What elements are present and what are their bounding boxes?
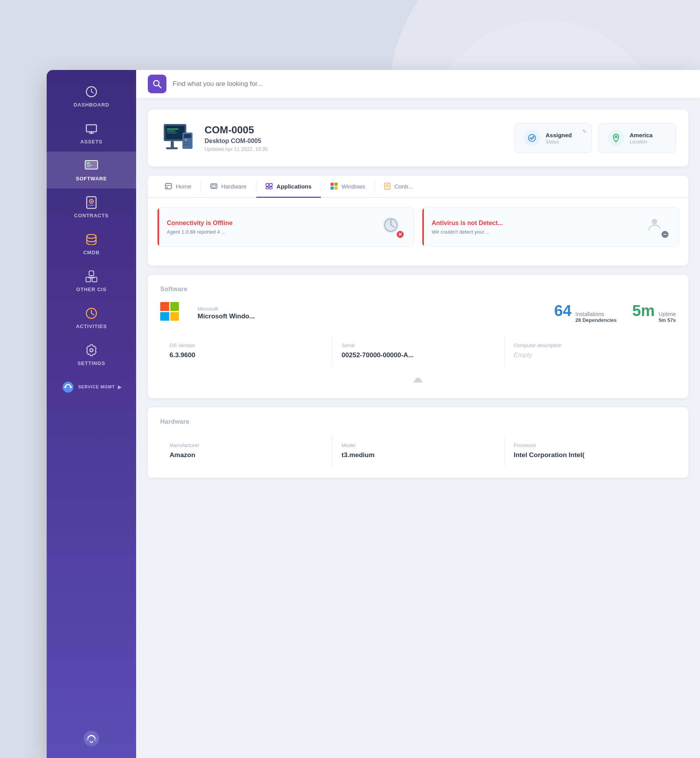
alert-connectivity: Connectivity is Offline Agent 1.0.88 rep… xyxy=(157,207,414,247)
tab-contracts-label: Contr... xyxy=(394,183,413,190)
asset-header: COM-0005 Desktop COM-0005 Updated Apr 11… xyxy=(148,110,688,166)
svg-rect-15 xyxy=(89,271,94,276)
cmdb-icon xyxy=(84,232,98,246)
asset-computer-icon xyxy=(160,121,195,155)
sidebar-item-activities[interactable]: ACTIVITIES xyxy=(47,299,136,336)
os-version-value: 6.3.9600 xyxy=(170,351,322,359)
software-icon xyxy=(84,159,98,173)
model-cell: Model t3.medium xyxy=(332,435,504,467)
hardware-section: Hardware Manufacturer Amazon Model t3.me… xyxy=(148,407,688,478)
svg-point-20 xyxy=(63,382,74,393)
serial-cell: Serial 00252-70000-00000-A... xyxy=(332,335,504,367)
search-icon-box xyxy=(148,75,166,93)
model-value: t3.medium xyxy=(341,451,494,459)
alert-antivirus-title: Antivirus is not Detect... xyxy=(432,220,503,227)
software-section: Software Microsoft Microsoft Windo. xyxy=(148,275,688,398)
hardware-tab-icon xyxy=(210,183,217,189)
sidebar-item-cmdb[interactable]: CMDB xyxy=(47,225,136,262)
svg-rect-37 xyxy=(184,134,191,138)
installations-label: Installations xyxy=(576,311,617,317)
uptime-value: 5m 57s xyxy=(659,317,676,323)
svg-rect-32 xyxy=(167,131,175,131)
tab-applications[interactable]: Applications xyxy=(256,176,321,198)
sidebar-item-assets[interactable]: ASSETS xyxy=(47,115,136,152)
svg-rect-31 xyxy=(167,129,178,129)
tab-hardware[interactable]: Hardware xyxy=(201,176,256,198)
tab-windows-label: Windows xyxy=(341,183,365,190)
sidebar-label-other-cis: OTHER CIS xyxy=(76,286,107,292)
serial-value: 00252-70000-00000-A... xyxy=(341,351,494,359)
os-version-label: OS Version xyxy=(170,342,322,348)
software-section-title: Software xyxy=(160,286,676,293)
alert-connectivity-text: Connectivity is Offline Agent 1.0.88 rep… xyxy=(167,220,233,235)
svg-rect-35 xyxy=(166,147,178,149)
svg-rect-8 xyxy=(87,197,96,208)
tabs-alerts-wrapper: Home Hardware xyxy=(148,176,688,265)
service-mgmt-icon xyxy=(61,380,75,394)
svg-rect-34 xyxy=(171,141,174,148)
assigned-status-badge: Assigned Status ✎ xyxy=(514,123,592,153)
tab-contracts[interactable]: Contr... xyxy=(375,176,422,198)
svg-point-60 xyxy=(652,219,657,224)
scroll-indicator[interactable] xyxy=(160,373,676,387)
location-icon xyxy=(608,130,624,146)
svg-rect-49 xyxy=(266,183,269,186)
svg-rect-52 xyxy=(270,187,272,189)
os-version-cell: OS Version 6.3.9600 xyxy=(160,335,332,367)
svg-point-23 xyxy=(84,731,99,746)
sidebar: DASHBOARD ASSETS xyxy=(47,70,136,758)
sidebar-label-service-mgmt: SERVICE MGMT xyxy=(78,384,115,389)
brand-logo xyxy=(80,727,103,750)
serial-label: Serial xyxy=(341,342,494,348)
content-area: COM-0005 Desktop COM-0005 Updated Apr 11… xyxy=(136,98,700,758)
sidebar-bottom xyxy=(47,727,136,758)
software-vendor: Microsoft xyxy=(198,306,539,312)
america-badge-text: America Location xyxy=(630,132,653,145)
software-name: Microsoft Windo... xyxy=(198,313,539,320)
svg-point-22 xyxy=(70,386,72,388)
search-input[interactable] xyxy=(173,80,688,88)
sidebar-item-settings[interactable]: SETTINGS xyxy=(47,336,136,373)
svg-rect-51 xyxy=(266,187,269,189)
alert-antivirus-text: Antivirus is not Detect... We couldn't d… xyxy=(432,220,503,235)
other-cis-icon xyxy=(84,269,98,283)
assets-icon xyxy=(84,122,98,136)
computer-desc-value: Empty xyxy=(514,351,667,359)
sidebar-item-contracts[interactable]: CONTRACTS xyxy=(47,189,136,225)
windows-logo xyxy=(160,302,182,324)
svg-rect-40 xyxy=(184,144,189,145)
uptime-number: 5m xyxy=(632,303,655,318)
asset-id: COM-0005 xyxy=(205,124,505,136)
svg-point-38 xyxy=(185,139,187,141)
tab-windows[interactable]: Windows xyxy=(321,176,374,198)
hardware-section-title: Hardware xyxy=(160,418,676,425)
sidebar-item-other-cis[interactable]: OTHER CIS xyxy=(47,262,136,299)
sidebar-item-software[interactable]: SOFTWARE xyxy=(47,152,136,189)
search-icon xyxy=(153,80,161,88)
software-info: Microsoft Microsoft Windo... xyxy=(198,306,539,320)
svg-rect-48 xyxy=(212,185,216,187)
alert-minus-badge: − xyxy=(661,230,669,239)
dashboard-icon xyxy=(84,85,98,99)
software-detail-grid: OS Version 6.3.9600 Serial 00252-70000-0… xyxy=(160,335,676,367)
svg-rect-7 xyxy=(87,166,91,167)
uptime-stat: 5m Uptime 5m 57s xyxy=(632,303,676,323)
home-tab-icon xyxy=(165,183,172,189)
tab-home[interactable]: Home xyxy=(156,176,201,198)
installations-number: 64 xyxy=(554,303,572,318)
svg-rect-1 xyxy=(86,125,96,132)
sidebar-label-contracts: CONTRACTS xyxy=(74,213,109,218)
asset-info: COM-0005 Desktop COM-0005 Updated Apr 11… xyxy=(205,124,505,152)
svg-point-55 xyxy=(387,185,388,186)
alert-antivirus-icon: − xyxy=(646,215,669,239)
installations-stat: 64 Installations 28 Dependencies xyxy=(554,303,617,323)
sidebar-item-dashboard[interactable]: DASHBOARD xyxy=(47,78,136,115)
assigned-edit-button[interactable]: ✎ xyxy=(582,128,587,134)
uptime-label: Uptime xyxy=(659,311,676,317)
sidebar-label-software: SOFTWARE xyxy=(76,176,107,182)
sidebar-expand-icon[interactable]: ▶ xyxy=(118,384,122,390)
processor-value: Intel Corporation Intel( xyxy=(514,451,667,459)
manufacturer-label: Manufacturer xyxy=(170,442,322,448)
svg-point-25 xyxy=(94,739,97,741)
sidebar-item-service-mgmt[interactable]: SERVICE MGMT ▶ xyxy=(47,373,136,401)
